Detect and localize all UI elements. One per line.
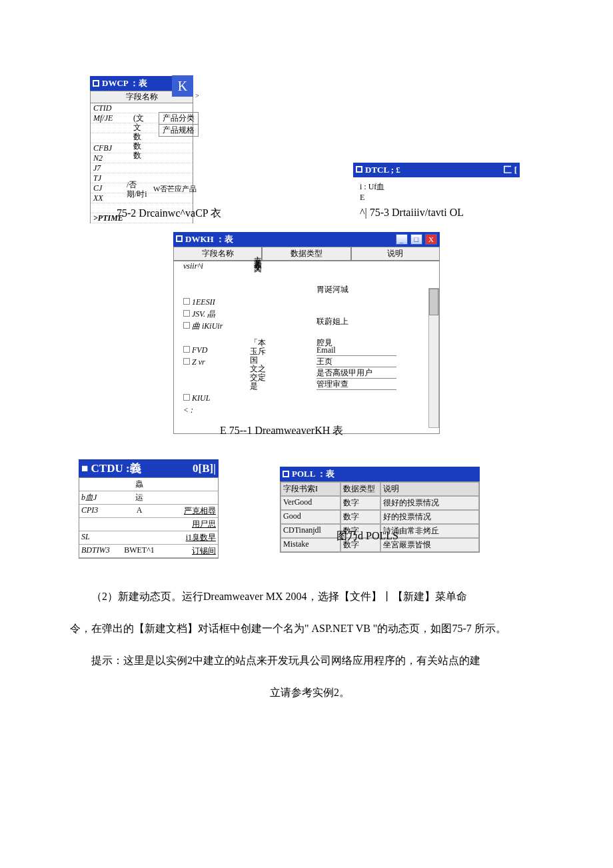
para-2: 令，在弹出的【新建文档】对话框中创建一个名为" ASP.NET VB "的动态页… [70,621,550,637]
c: 运 [119,491,159,504]
t: KIUL [192,392,210,404]
dwkh-right-col: 胃诞河城 联蔚姐上 腔見 [316,273,396,348]
c: b血J [79,491,119,504]
t: 数 [133,132,153,141]
r: 胃诞河城 [316,284,396,295]
caption-75-2: 75-2 Drcainwc^vaCP 衣 [117,207,221,221]
r: Z vr [183,356,230,368]
c: 好的投票情况 [380,510,479,524]
r: 是否高级甲用户 [316,367,396,379]
r [316,327,396,337]
r [316,295,396,305]
minimize-button[interactable]: _ [396,234,408,245]
dtcl-title: DTCL ; £ [365,165,400,175]
scroll-thumb[interactable] [429,289,438,315]
r [183,332,230,344]
caption-75-3: ^| 75-3 Drtaiiiv/tavti OL [360,207,464,219]
para-1: （2）新建动态页。运行Dreamweaver MX 2004，选择【文件】丨【新… [70,589,550,605]
window-icon [93,80,99,87]
r [316,305,396,316]
hdr1: 字段名称 [173,247,262,261]
t: 曲 iKiUir [192,320,223,332]
r: JSV. 晶 [183,308,230,320]
dtcl-body: i : Uf血 E [353,177,520,207]
c [119,531,159,544]
label: 产品分类 [159,112,199,125]
r: < : [183,404,230,416]
r: 王页 [316,356,396,367]
blue-k-icon: K [172,75,193,97]
line1: i : Uf血 [360,181,513,192]
c: SL [79,531,119,544]
r [183,272,230,284]
m2b: 文之交定是 [250,365,270,391]
ctdu-title-right: 0[B]| [193,462,216,475]
c: 严克相尋 [159,505,218,517]
t: 文 [133,123,153,132]
c: VerGood [281,496,340,510]
box-icon [183,322,190,329]
r: vsiir^i [183,260,230,272]
c: 数字 [340,510,380,524]
r: 曲 iKiUir [183,320,230,332]
dwcp-col3: 产品分类 产品规格 [159,112,199,136]
hdr-label: 蟲 [119,478,159,491]
window-icon [283,471,289,477]
row: SLi1臭数早 [79,531,218,545]
h: 字段书索I [281,482,340,496]
t: 数 [133,151,153,160]
c: 用尸思 [159,518,218,531]
ctdu-body: 蟲 b血J运 CPI3A严克相尋 用尸思 SLi1臭数早 BDTIW3BWET^… [79,477,219,559]
dwcp-bot: /否 期/时i [127,180,147,199]
poll-titlebar: POLL ：表 [280,467,480,481]
ctdu-title: ■ CTDU :義 [81,461,141,476]
row: J7 [91,163,193,173]
dwcp-title: DWCP ：表 [102,77,147,89]
c [119,518,159,531]
row: BDTIW3BWET^1订锡间 [79,545,218,558]
c: 数字 [340,496,380,510]
caption-polls: 图乃d POLLS [336,529,398,543]
hdr3: 说明 [351,247,440,261]
t: Z vr [192,356,205,368]
ctdu-titlebar: ■ CTDU :義 0[B]| [79,459,219,477]
t: 1EESII [192,296,215,308]
dwcp-col2: (文 文 数 数 数 [133,113,153,160]
dwkh-mid2: 「本玉斥国 文之交定是 [250,339,270,391]
m2a: 「本玉斥国 [250,339,270,365]
maximize-button[interactable]: □ [410,234,422,245]
dwkh-right2-col: Email 王页 是否高级甲用户 管理审查 [316,345,396,390]
para-3: 提示：这里是以实例2中建立的站点来开发玩具公司网络应用程序的，有关站点的建 [70,653,550,669]
box-icon [183,346,190,353]
box-icon [183,310,190,317]
bot1: /否 [127,180,147,189]
dtcl-window: DTCL ; £ 匚 [ i : Uf血 E [353,163,520,207]
close-glyph[interactable]: 匚 [ [503,164,517,176]
t: JSV. 晶 [192,308,215,320]
r [183,284,230,296]
box-icon [183,298,190,305]
body-text: （2）新建动态页。运行Dreamweaver MX 2004，选择【文件】丨【新… [70,589,550,717]
window-icon [176,235,183,242]
poll-title: POLL ：表 [292,468,334,480]
bot2: 期/时i [127,189,147,199]
t: < : [183,404,193,416]
ctdu-window: ■ CTDU :義 0[B]| 蟲 b血J运 CPI3A严克相尋 用尸思 SLi… [79,459,219,559]
hdr: 蟲 [79,478,218,491]
h: 说明 [380,482,479,496]
c: BDTIW3 [79,545,119,557]
close-button[interactable]: X [425,234,437,245]
dwkh-title: DWKH ：表 [185,234,233,244]
r: Email [316,345,396,356]
t: vsiir^i [183,260,203,272]
dwkh-titlebar: DWKH ：表 _ □ X [173,232,440,247]
h: 数据类型 [340,482,380,496]
c: i1臭数早 [159,531,218,544]
scrollbar[interactable] [428,288,439,428]
t: 数 [133,141,153,151]
box-icon [183,358,190,365]
r [183,380,230,392]
r: KIUL [183,392,230,404]
c: BWET^1 [119,545,159,557]
c: 订锡间 [159,545,218,557]
